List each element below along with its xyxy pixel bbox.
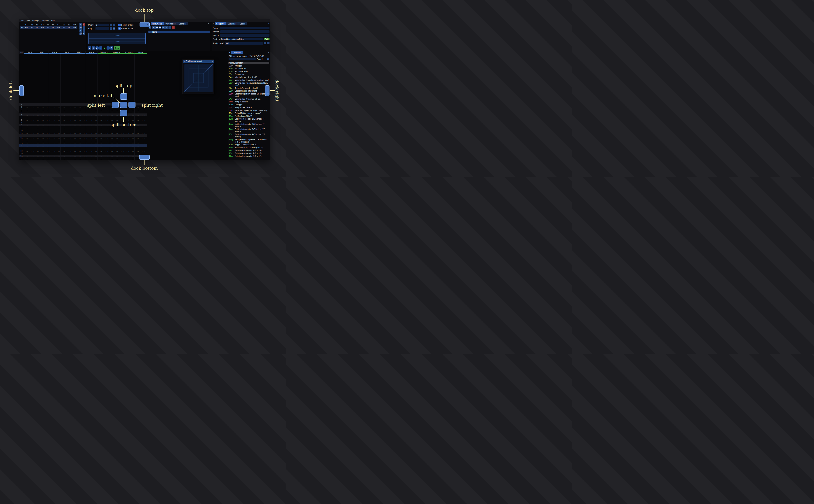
pattern-cell[interactable]: ... .. .. .... bbox=[24, 124, 36, 126]
pattern-cell[interactable]: ... .. .. .... bbox=[48, 129, 61, 131]
duplicate-order-to-end-button[interactable]: ⇓ bbox=[83, 29, 85, 32]
pattern-row[interactable]: 6... .. .. ....... .. .. ....... .. .. .… bbox=[19, 119, 147, 121]
tuning-input[interactable] bbox=[225, 42, 263, 45]
instrument-folders-button[interactable]: ▤ bbox=[162, 26, 165, 29]
pattern-cell[interactable]: ... .. .. .... bbox=[122, 132, 135, 134]
pattern-cell[interactable]: ... .. .. .... bbox=[135, 153, 147, 155]
pattern-cell[interactable]: ... .. .. .... bbox=[61, 104, 73, 106]
pattern-cell[interactable]: ... .. .. .... bbox=[110, 150, 122, 152]
pattern-cell[interactable]: ... .. .. .... bbox=[24, 153, 36, 155]
order-cell[interactable]: 00 bbox=[40, 26, 45, 29]
repeat-button[interactable]: ↻ bbox=[110, 46, 113, 50]
effect-row[interactable]: 17xxToggle PCM mode (LEGACY) bbox=[228, 144, 270, 146]
pattern-cell[interactable]: ... .. .. .... bbox=[73, 147, 85, 149]
step-plus-button[interactable]: + bbox=[113, 27, 115, 30]
pattern-cell[interactable]: ... .. .. .... bbox=[97, 114, 110, 116]
pattern-cell[interactable]: ... .. .. .... bbox=[61, 129, 73, 131]
play-pattern-button[interactable]: ◉ bbox=[92, 46, 95, 50]
pattern-cell[interactable]: ... .. .. .... bbox=[36, 145, 48, 147]
pattern-cell[interactable]: ... .. .. .... bbox=[24, 109, 36, 111]
pattern-cell[interactable]: ... .. .. .... bbox=[110, 155, 122, 157]
step-row-button[interactable]: ↓ bbox=[99, 46, 102, 50]
remove-order-button[interactable]: − bbox=[83, 23, 85, 26]
pattern-cell[interactable]: ... .. .. .... bbox=[85, 150, 98, 152]
dock-bottom-target[interactable] bbox=[139, 155, 150, 160]
pattern-cell[interactable]: ... .. .. .... bbox=[85, 129, 98, 131]
pattern-row[interactable]: 10... .. .. ....... .. .. ....... .. .. … bbox=[19, 129, 147, 132]
pattern-cell[interactable]: ... .. .. .... bbox=[24, 134, 36, 137]
pattern-cell[interactable]: ... .. .. .... bbox=[97, 134, 110, 137]
tab-samples[interactable]: Samples bbox=[177, 22, 188, 25]
pattern-cell[interactable]: ... .. .. .... bbox=[36, 116, 48, 118]
close-icon[interactable]: × bbox=[212, 60, 213, 62]
pattern-cell[interactable]: ... .. .. .... bbox=[97, 124, 110, 126]
pattern-cell[interactable]: ... .. .. .... bbox=[61, 155, 73, 157]
pattern-cell[interactable]: ... .. .. .... bbox=[110, 158, 122, 160]
pattern-cell[interactable]: ... .. .. .... bbox=[73, 109, 85, 111]
pattern-cell[interactable]: ... .. .. .... bbox=[135, 129, 147, 131]
pattern-cell[interactable]: ... .. .. .... bbox=[97, 150, 110, 152]
record-button[interactable]: ● bbox=[103, 46, 106, 50]
pattern-cell[interactable]: ... .. .. .... bbox=[36, 142, 48, 144]
pattern-cell[interactable]: ... .. .. .... bbox=[73, 155, 85, 157]
effect-row[interactable]: 00xyArpeggio bbox=[228, 64, 270, 67]
pattern-cell[interactable]: ... .. .. .... bbox=[85, 114, 98, 116]
pattern-cell[interactable]: ... .. .. .... bbox=[61, 147, 73, 149]
pattern-cell[interactable]: ... .. .. .... bbox=[73, 145, 85, 147]
add-order-button[interactable]: + bbox=[79, 23, 82, 26]
pattern-cell[interactable]: ... .. .. .... bbox=[24, 122, 36, 124]
pattern-cell[interactable]: ... .. .. .... bbox=[122, 129, 135, 131]
pattern-cell[interactable]: ... .. .. .... bbox=[61, 153, 73, 155]
effect-row[interactable]: 1AxxSet attack of operator 1 (0 to 1F) bbox=[228, 149, 270, 152]
pattern-cell[interactable]: ... .. .. .... bbox=[97, 129, 110, 131]
pattern-cell[interactable]: ... .. .. .... bbox=[48, 127, 61, 129]
pattern-cell[interactable]: ... .. .. .... bbox=[122, 119, 135, 121]
order-row[interactable]: 0000000000000000000000 bbox=[20, 26, 77, 29]
step-minus-button[interactable]: - bbox=[110, 27, 112, 30]
pattern-cell[interactable]: ... .. .. .... bbox=[110, 145, 122, 147]
pattern-cell[interactable]: ... .. .. .... bbox=[85, 127, 98, 129]
effect-row[interactable]: 1CxxSet attack of operator 3 (0 to 1F) bbox=[228, 155, 270, 158]
pattern-cell[interactable]: ... .. .. .... bbox=[61, 116, 73, 118]
pattern-cell[interactable]: ... .. .. .... bbox=[122, 158, 135, 160]
pattern-cell[interactable]: ... .. .. .... bbox=[122, 150, 135, 152]
pattern-cell[interactable]: ... .. .. .... bbox=[61, 134, 73, 137]
menu-window[interactable]: window bbox=[41, 20, 50, 22]
pattern-cell[interactable]: ... .. .. .... bbox=[85, 158, 98, 160]
pattern-cell[interactable]: ... .. .. .... bbox=[24, 106, 36, 108]
move-instrument-down-button[interactable]: ↓ bbox=[168, 26, 171, 29]
effect-row[interactable]: 15xxSet level of operator 4 (0 highest, … bbox=[228, 133, 270, 138]
effect-row[interactable]: 06xyVolume slide + portamento (compatibi… bbox=[228, 82, 270, 87]
pattern-cell[interactable]: ... .. .. .... bbox=[36, 109, 48, 111]
pattern-cell[interactable]: ... .. .. .... bbox=[73, 111, 85, 113]
chevron-down-icon[interactable]: ▼ bbox=[212, 22, 214, 25]
order-cell[interactable]: 00 bbox=[45, 26, 50, 29]
order-cell[interactable]: 00 bbox=[56, 26, 61, 29]
tab-song-info[interactable]: Song Info bbox=[215, 22, 226, 25]
pattern-cell[interactable]: ... .. .. .... bbox=[135, 142, 147, 144]
move-order-down-button[interactable]: ∨ bbox=[79, 29, 82, 32]
pattern-cell[interactable]: ... .. .. .... bbox=[85, 153, 98, 155]
step-input[interactable] bbox=[95, 27, 109, 30]
order-cell[interactable]: 00 bbox=[72, 26, 77, 29]
pattern-cell[interactable]: ... .. .. .... bbox=[24, 104, 36, 106]
hamburger-menu-icon[interactable]: ≡ bbox=[267, 58, 269, 60]
duplicate-instrument-button[interactable]: ⊞ bbox=[152, 26, 155, 29]
pattern-cell[interactable]: ... .. .. .... bbox=[61, 122, 73, 124]
pattern-cell[interactable]: ... .. .. .... bbox=[24, 116, 36, 118]
pattern-cell[interactable]: ... .. .. .... bbox=[122, 153, 135, 155]
auto-system-button[interactable]: Auto bbox=[264, 38, 269, 40]
pattern-cell[interactable]: ... .. .. .... bbox=[85, 140, 98, 142]
pattern-cell[interactable]: ... .. .. .... bbox=[36, 111, 48, 113]
pattern-cell[interactable]: ... .. .. .... bbox=[24, 129, 36, 131]
order-cell[interactable]: 00 bbox=[61, 26, 67, 29]
pattern-cell[interactable]: ... .. .. .... bbox=[61, 127, 73, 129]
pattern-cell[interactable]: ... .. .. .... bbox=[24, 137, 36, 139]
pattern-cell[interactable]: ... .. .. .... bbox=[97, 116, 110, 118]
pattern-row[interactable]: 11... .. .. ....... .. .. ....... .. .. … bbox=[19, 132, 147, 134]
pattern-cell[interactable]: ... .. .. .... bbox=[36, 140, 48, 142]
effect-row[interactable]: 1BxxSet attack of operator 2 (0 to 1F) bbox=[228, 152, 270, 155]
pattern-cell[interactable]: ... .. .. .... bbox=[24, 119, 36, 121]
save-instrument-button[interactable] bbox=[158, 26, 161, 29]
pattern-cell[interactable]: ... .. .. .... bbox=[36, 129, 48, 131]
